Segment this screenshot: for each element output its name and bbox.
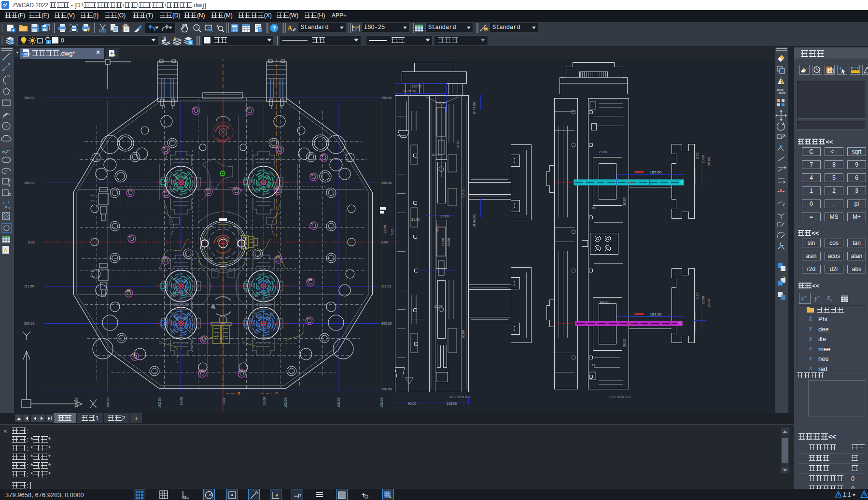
svg-text:100.00: 100.00 [106, 397, 110, 408]
svg-text:?: ? [272, 25, 276, 32]
svg-text:1.20: 1.20 [696, 292, 699, 299]
svg-text:30.00: 30.00 [623, 338, 626, 347]
svg-text:26.00: 26.00 [707, 299, 711, 307]
svg-text:190.00: 190.00 [380, 397, 383, 408]
svg-text:A: A [4, 247, 8, 253]
svg-text:■■■■: ■■■■ [634, 312, 644, 316]
svg-text:122.50: 122.50 [411, 85, 422, 88]
svg-text:0.00: 0.00 [222, 398, 225, 404]
svg-text:30.00: 30.00 [623, 197, 626, 206]
svg-text:350.00: 350.00 [24, 96, 35, 100]
svg-text:A: A [287, 24, 293, 32]
svg-text:Ø 28.00: Ø 28.00 [404, 89, 416, 93]
svg-text:81.00: 81.00 [411, 218, 420, 221]
svg-text:0.00: 0.00 [28, 241, 35, 244]
svg-text:5.00: 5.00 [391, 229, 394, 235]
svg-text:100.00: 100.00 [337, 397, 340, 408]
svg-text:10.00: 10.00 [462, 188, 465, 197]
svg-text:18.00: 18.00 [263, 397, 266, 405]
svg-text:64.00: 64.00 [447, 238, 450, 246]
svg-text:Ø 44.00: Ø 44.00 [473, 102, 476, 114]
svg-text:Ø: Ø [592, 206, 595, 209]
svg-text:10.50: 10.50 [701, 296, 705, 304]
svg-text:Ø 44.00: Ø 44.00 [473, 214, 476, 227]
svg-text:79.00: 79.00 [599, 150, 607, 154]
svg-text:22.00: 22.00 [383, 225, 387, 233]
svg-text:150.00: 150.00 [24, 181, 35, 185]
svg-text:111.00: 111.00 [24, 285, 34, 288]
svg-text:162.36: 162.36 [158, 397, 161, 408]
svg-text:185.50: 185.50 [650, 170, 662, 174]
svg-text:163.30: 163.30 [650, 312, 662, 316]
svg-text:350.00: 350.00 [381, 387, 392, 391]
svg-text:200.00: 200.00 [24, 322, 35, 325]
svg-text:10.00: 10.00 [462, 330, 465, 339]
svg-text:13.00: 13.00 [456, 140, 460, 149]
svg-text:Ø: Ø [592, 363, 595, 366]
svg-text:111.00: 111.00 [381, 285, 391, 288]
svg-text:10.00: 10.00 [701, 155, 705, 163]
svg-text:B: B [238, 391, 240, 396]
svg-text:162.36: 162.36 [284, 397, 287, 408]
svg-text:22.00: 22.00 [435, 223, 439, 232]
svg-text:200.00: 200.00 [381, 322, 392, 325]
svg-text:150.00: 150.00 [381, 181, 392, 185]
svg-text:■■■■: ■■■■ [634, 170, 644, 174]
svg-text:2.00: 2.00 [696, 152, 699, 159]
svg-text:SECTION B-B: SECTION B-B [449, 395, 471, 399]
svg-text:W=0: W=0 [627, 181, 633, 184]
svg-text:61.00: 61.00 [441, 238, 445, 246]
svg-text:27.00: 27.00 [440, 214, 449, 218]
svg-text:SECTION C-C: SECTION C-C [609, 395, 631, 399]
svg-text:84.00: 84.00 [600, 300, 609, 304]
svg-text:C: C [275, 391, 279, 396]
svg-text:18.00: 18.00 [180, 397, 183, 405]
svg-text:W=0: W=0 [627, 322, 633, 325]
svg-text:82.00: 82.00 [432, 153, 441, 157]
svg-text:DWG: DWG [22, 52, 30, 56]
svg-text:90.00: 90.00 [408, 402, 417, 405]
svg-text:103.00: 103.00 [447, 402, 457, 405]
svg-text:15.00: 15.00 [434, 305, 443, 308]
svg-text:350.00: 350.00 [381, 96, 392, 100]
svg-text:26.00: 26.00 [707, 157, 711, 166]
